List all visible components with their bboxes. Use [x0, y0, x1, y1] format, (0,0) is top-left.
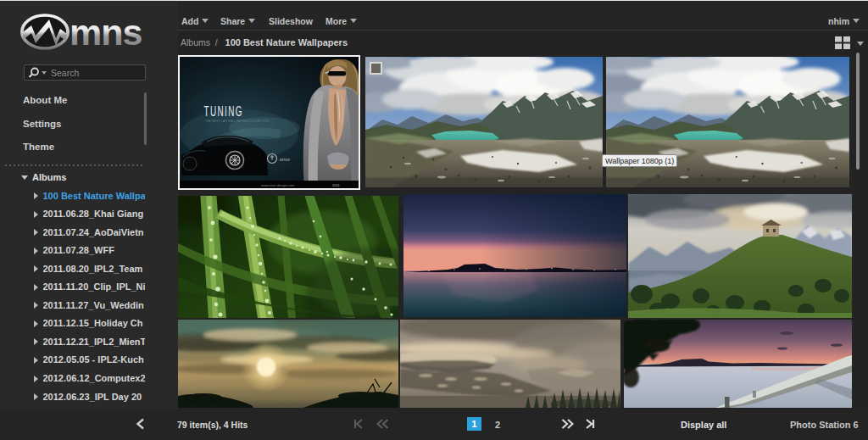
svg-text:mns: mns — [70, 12, 142, 53]
svg-text:orior: orior — [280, 157, 291, 162]
svg-text:THE BEST CAR WALLPAPERS COLLEC: THE BEST CAR WALLPAPERS COLLECTION — [205, 120, 269, 123]
svg-text:2011: 2011 — [332, 183, 340, 187]
svg-text:www.orior-design.com: www.orior-design.com — [261, 183, 295, 187]
svg-text:TUNING: TUNING — [204, 103, 243, 120]
